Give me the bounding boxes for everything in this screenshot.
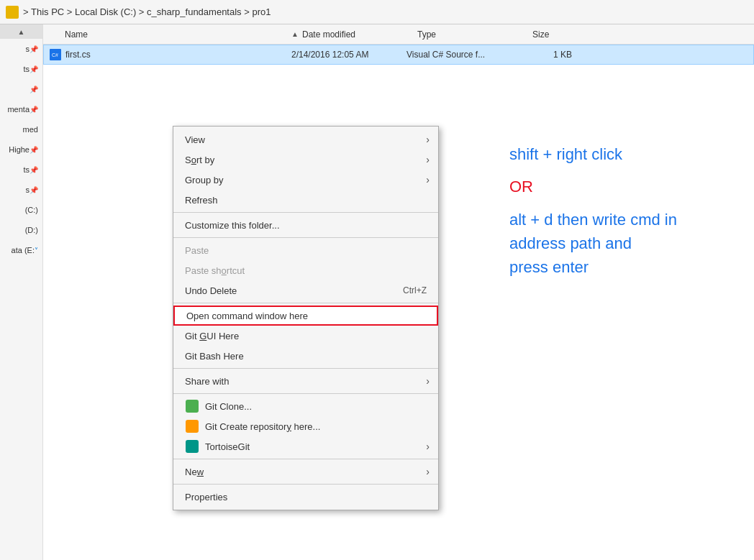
menu-item-sort[interactable]: Sort by <box>173 150 438 170</box>
menu-label-refresh: Refresh <box>185 195 218 206</box>
menu-item-properties[interactable]: Properties <box>173 487 438 507</box>
breadcrumb-path: > This PC > Local Disk (C:) > c_sharp_fu… <box>23 6 271 17</box>
menu-label-customize: Customize this folder... <box>185 220 280 231</box>
menu-item-git-bash[interactable]: Git Bash Here <box>173 346 438 366</box>
git-clone-icon <box>185 399 199 413</box>
pin-icon-2: 📌 <box>29 65 38 73</box>
menu-item-open-command[interactable]: Open command window here <box>173 306 438 326</box>
sort-chevron-icon: ▲ <box>291 30 299 38</box>
sidebar-item-s2[interactable]: s 📌 <box>0 180 42 200</box>
annotation-alt-text: alt + d then write cmd inaddress path an… <box>509 208 711 279</box>
separator-5 <box>173 393 438 394</box>
pin-icon-ts2: 📌 <box>29 166 38 174</box>
menu-item-git-gui[interactable]: Git GUI Here <box>173 326 438 346</box>
separator-2 <box>173 237 438 238</box>
menu-item-refresh[interactable]: Refresh <box>173 190 438 210</box>
menu-label-properties: Properties <box>185 492 227 502</box>
col-header-date[interactable]: Date modified <box>302 29 417 40</box>
menu-item-paste-shortcut[interactable]: Paste shortcut <box>173 260 438 280</box>
sidebar-item-ts2[interactable]: ts 📌 <box>0 160 42 180</box>
svg-text:C#: C# <box>52 52 58 58</box>
file-name: first.cs <box>65 50 291 60</box>
file-row[interactable]: C# first.cs 2/14/2016 12:05 AM Visual C#… <box>43 45 754 65</box>
menu-label-group: Group by <box>185 175 223 185</box>
sidebar-item-c[interactable]: (C:) <box>0 200 42 220</box>
sidebar-scroll-up[interactable]: ▲ <box>0 24 42 39</box>
menu-label-git-gui: Git GUI Here <box>185 331 239 341</box>
annotation-area: shift + right click OR alt + d then writ… <box>509 144 711 279</box>
sidebar-item-e[interactable]: ata (E: ˅ <box>0 240 42 260</box>
sidebar-item-2[interactable]: ts 📌 <box>0 59 42 79</box>
separator-4 <box>173 368 438 369</box>
menu-label-share: Share with <box>185 376 229 387</box>
menu-item-share[interactable]: Share with <box>173 371 438 391</box>
sidebar-item-3[interactable]: 📌 <box>0 79 42 99</box>
pin-icon-highe: 📌 <box>29 146 38 154</box>
menu-label-git-bash: Git Bash Here <box>185 351 244 362</box>
separator-1 <box>173 212 438 213</box>
menu-item-group[interactable]: Group by <box>173 170 438 190</box>
menu-item-paste[interactable]: Paste <box>173 240 438 260</box>
menu-label-undo: Undo Delete <box>185 285 237 296</box>
annotation-or-text: OR <box>509 178 711 196</box>
menu-item-view[interactable]: View <box>173 129 438 150</box>
separator-3 <box>173 303 438 303</box>
menu-item-customize[interactable]: Customize this folder... <box>173 215 438 235</box>
context-menu: View Sort by Group by Refresh Customize … <box>173 126 439 510</box>
menu-item-tortoise[interactable]: TortoiseGit <box>173 436 438 456</box>
column-headers: Name ▲ Date modified Type Size <box>43 24 754 45</box>
menu-shortcut-undo: Ctrl+Z <box>403 285 427 295</box>
pin-icon-1: 📌 <box>29 45 38 53</box>
sidebar-label-menta: menta <box>7 105 29 114</box>
sidebar-item-1[interactable]: s 📌 <box>0 39 42 59</box>
sidebar-label-c: (C:) <box>25 206 38 214</box>
separator-7 <box>173 484 438 485</box>
col-header-name[interactable]: Name <box>43 29 288 40</box>
col-header-type[interactable]: Type <box>417 29 532 40</box>
sidebar-label-highe: Highe <box>9 145 29 154</box>
menu-label-view: View <box>185 134 205 145</box>
sidebar-label-ts2: ts <box>23 165 29 174</box>
menu-item-undo[interactable]: Undo Delete Ctrl+Z <box>173 280 438 300</box>
col-header-size[interactable]: Size <box>532 29 590 40</box>
sidebar-label-med: med <box>23 125 38 134</box>
pin-icon-s2: 📌 <box>29 186 38 194</box>
menu-label-tortoise: TortoiseGit <box>205 441 250 452</box>
folder-icon <box>6 6 19 19</box>
menu-label-git-clone: Git Clone... <box>205 401 252 412</box>
cs-file-icon: C# <box>50 49 61 60</box>
annotation-shift-text: shift + right click <box>509 144 711 166</box>
sidebar: ▲ s 📌 ts 📌 📌 menta 📌 med Highe 📌 ts 📌 s … <box>0 24 43 560</box>
menu-label-paste-shortcut: Paste shortcut <box>185 265 245 276</box>
separator-6 <box>173 459 438 459</box>
menu-label-open-command: Open command window here <box>186 311 308 321</box>
file-date: 2/14/2016 12:05 AM <box>291 50 406 60</box>
menu-label-paste: Paste <box>185 245 209 256</box>
menu-label-sort: Sort by <box>185 155 214 165</box>
sidebar-item-d[interactable]: (D:) <box>0 220 42 240</box>
menu-label-new: New <box>185 467 204 477</box>
git-create-icon <box>185 419 199 433</box>
sidebar-item-highe[interactable]: Highe 📌 <box>0 139 42 160</box>
sidebar-item-med[interactable]: med <box>0 119 42 139</box>
tortoise-icon <box>185 439 199 454</box>
sidebar-label-2: ts <box>23 65 29 73</box>
file-type: Visual C# Source f... <box>406 50 522 60</box>
breadcrumb-bar: > This PC > Local Disk (C:) > c_sharp_fu… <box>0 0 754 24</box>
chevron-down-icon: ˅ <box>35 247 38 254</box>
pin-icon-3: 📌 <box>29 86 38 93</box>
sidebar-label-d: (D:) <box>25 226 38 234</box>
pin-icon-menta: 📌 <box>29 106 38 114</box>
menu-item-git-create[interactable]: Git Create repository here... <box>173 416 438 436</box>
file-size: 1 KB <box>522 50 579 60</box>
menu-item-git-clone[interactable]: Git Clone... <box>173 396 438 416</box>
sidebar-item-menta[interactable]: menta 📌 <box>0 99 42 119</box>
menu-label-git-create: Git Create repository here... <box>205 421 320 432</box>
menu-item-new[interactable]: New <box>173 462 438 482</box>
sidebar-label-e: ata (E: <box>12 246 35 254</box>
